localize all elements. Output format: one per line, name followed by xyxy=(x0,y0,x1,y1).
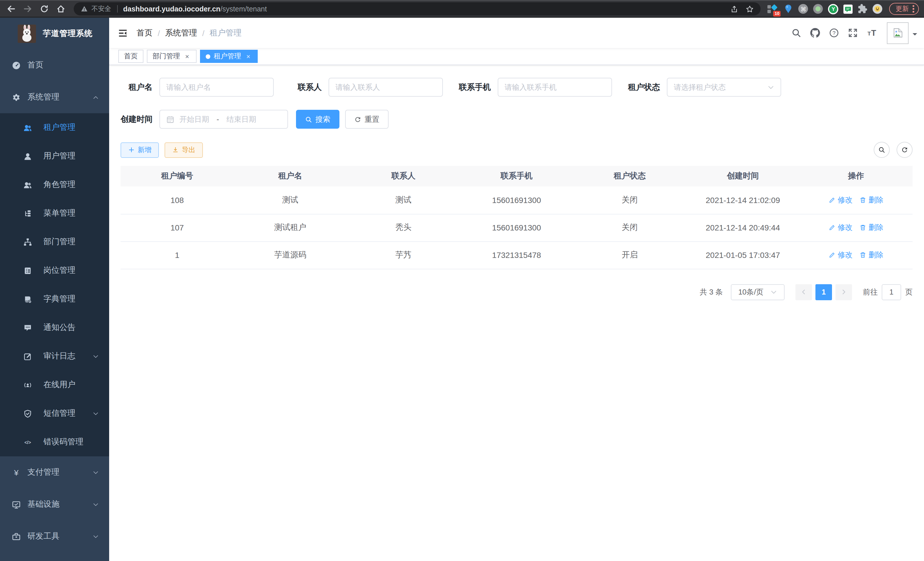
page-url: dashboard.yudao.iocoder.cn/system/tenant xyxy=(123,5,267,13)
close-icon[interactable]: × xyxy=(244,52,252,60)
add-button[interactable]: 新增 xyxy=(121,142,159,158)
trash-icon xyxy=(860,252,866,259)
edit-link[interactable]: 修改 xyxy=(829,250,853,260)
delete-link[interactable]: 删除 xyxy=(860,195,884,205)
tag-0[interactable]: 首页 xyxy=(118,50,143,63)
cell-phone: 15601691300 xyxy=(460,186,573,214)
next-page-button[interactable] xyxy=(836,284,852,300)
edit-label: 修改 xyxy=(838,250,853,260)
browser-update-button[interactable]: 更新 xyxy=(890,3,919,15)
toggle-search-button[interactable] xyxy=(874,142,890,158)
sidebar-item-5[interactable]: 菜单管理 xyxy=(0,199,109,228)
recorder-extension-icon[interactable] xyxy=(813,4,823,14)
search-button[interactable]: 搜索 xyxy=(296,110,339,129)
github-icon[interactable] xyxy=(806,23,825,42)
delete-link[interactable]: 删除 xyxy=(860,250,884,260)
chevron-right-icon xyxy=(841,289,847,295)
phone-label: 联系手机 xyxy=(459,82,491,92)
sidebar-item-label: 基础设施 xyxy=(27,499,59,510)
browser-forward-icon[interactable] xyxy=(20,1,36,17)
sidebar-item-10[interactable]: 审计日志 xyxy=(0,342,109,371)
table-right-tools xyxy=(874,142,913,158)
sidebar-item-1[interactable]: 系统管理 xyxy=(0,81,109,113)
balloon-extension-icon[interactable] xyxy=(784,4,794,14)
sidebar-item-6[interactable]: 部门管理 xyxy=(0,228,109,256)
cell-actions: 修改删除 xyxy=(800,186,913,214)
user-avatar[interactable] xyxy=(887,22,909,44)
phone-input[interactable] xyxy=(498,78,612,97)
sidebar-item-11[interactable]: 在线用户 xyxy=(0,371,109,399)
share-icon[interactable] xyxy=(730,5,739,13)
address-bar[interactable]: 不安全 dashboard.yudao.iocoder.cn/system/te… xyxy=(74,2,761,15)
goto-page-input[interactable] xyxy=(882,284,901,300)
breadcrumb-system[interactable]: 系统管理 xyxy=(165,28,197,38)
trash-icon xyxy=(860,224,866,231)
sidebar-item-0[interactable]: 首页 xyxy=(0,49,109,81)
help-icon[interactable]: ? xyxy=(825,23,843,42)
browser-home-icon[interactable] xyxy=(52,1,69,17)
contact-input[interactable] xyxy=(328,78,443,97)
profile-avatar-icon[interactable] xyxy=(873,4,883,14)
sidebar-item-2[interactable]: 租户管理 xyxy=(0,113,109,142)
y-extension-icon[interactable]: Y xyxy=(828,4,838,14)
font-size-icon[interactable]: TT xyxy=(862,23,881,42)
browser-back-icon[interactable] xyxy=(3,1,20,17)
sidebar-item-label: 在线用户 xyxy=(44,380,75,390)
cell-name: 测试租户 xyxy=(234,214,347,241)
cell-status: 关闭 xyxy=(573,214,686,241)
sidebar-item-8[interactable]: 字典管理 xyxy=(0,285,109,313)
refresh-table-button[interactable] xyxy=(897,142,913,158)
tag-2[interactable]: 租户管理× xyxy=(200,50,258,63)
edit-link[interactable]: 修改 xyxy=(829,195,853,205)
column-header-1: 租户名 xyxy=(234,166,347,186)
sidebar-item-label: 系统管理 xyxy=(27,92,59,102)
reset-button-label: 重置 xyxy=(364,114,380,124)
url-path: /system/tenant xyxy=(220,5,267,13)
tenant-status-select[interactable]: 请选择租户状态 xyxy=(667,78,781,97)
chat-extension-icon[interactable] xyxy=(844,4,853,14)
command-extension-icon[interactable]: ⌘ xyxy=(799,4,808,14)
pinned-extension-icon[interactable]: 10 xyxy=(768,4,778,14)
export-button-label: 导出 xyxy=(182,145,195,155)
close-icon[interactable]: × xyxy=(183,52,191,60)
page-1-button[interactable]: 1 xyxy=(815,284,832,300)
cell-status: 关闭 xyxy=(573,186,686,214)
breadcrumb-home[interactable]: 首页 xyxy=(136,28,153,38)
chevron-down-icon xyxy=(767,84,774,91)
header-search-icon[interactable] xyxy=(787,23,806,42)
delete-link[interactable]: 删除 xyxy=(860,223,884,233)
sidebar-item-16[interactable]: 研发工具 xyxy=(0,520,109,552)
avatar-caret-icon[interactable] xyxy=(913,33,917,38)
export-button[interactable]: 导出 xyxy=(165,142,203,158)
sidebar-item-12[interactable]: 短信管理 xyxy=(0,399,109,428)
edit-link[interactable]: 修改 xyxy=(829,223,853,233)
prev-page-button[interactable] xyxy=(795,284,812,300)
app-logo[interactable]: 芋道管理系统 xyxy=(0,18,109,49)
browser-reload-icon[interactable] xyxy=(36,1,52,17)
sidebar-item-7[interactable]: 岗位管理 xyxy=(0,256,109,285)
sidebar-toggle-icon[interactable] xyxy=(109,28,136,38)
bookmark-star-icon[interactable] xyxy=(746,5,754,13)
date-separator: - xyxy=(217,115,219,123)
tenant-name-input[interactable] xyxy=(159,78,274,97)
sidebar-item-15[interactable]: 基础设施 xyxy=(0,488,109,520)
page-size-select[interactable]: 10条/页 xyxy=(731,284,784,300)
sidebar-item-4[interactable]: 角色管理 xyxy=(0,170,109,199)
sidebar-item-13[interactable]: </>错误码管理 xyxy=(0,428,109,456)
sidebar-item-3[interactable]: 用户管理 xyxy=(0,142,109,170)
cell-actions: 修改删除 xyxy=(800,241,913,269)
cell-actions: 修改删除 xyxy=(800,214,913,241)
reset-button[interactable]: 重置 xyxy=(345,110,388,129)
divider xyxy=(117,5,117,13)
table-toolbar: 新增 导出 xyxy=(121,142,913,158)
user-icon xyxy=(23,152,32,161)
tag-1[interactable]: 部门管理× xyxy=(147,50,196,63)
sidebar-item-9[interactable]: 通知公告 xyxy=(0,313,109,342)
create-time-range-picker[interactable]: 开始日期 - 结束日期 xyxy=(159,110,288,129)
fullscreen-icon[interactable] xyxy=(843,23,862,42)
sidebar-item-label: 部门管理 xyxy=(44,237,75,247)
security-warning-icon[interactable] xyxy=(81,5,88,13)
sidebar-item-14[interactable]: ¥支付管理 xyxy=(0,456,109,488)
sidebar-item-label: 用户管理 xyxy=(44,151,75,161)
extensions-puzzle-icon[interactable] xyxy=(858,4,868,14)
